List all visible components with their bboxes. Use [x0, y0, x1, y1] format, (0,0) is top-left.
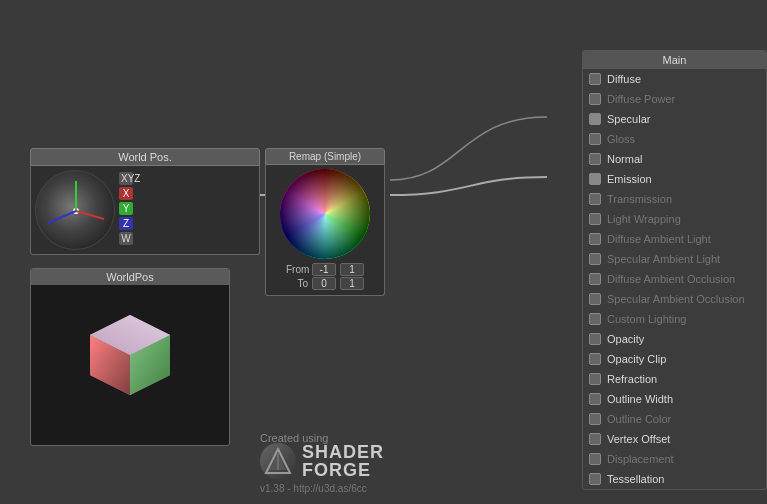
sf-logo-graphic: SHADERFORGE — [260, 443, 384, 479]
sf-version: v1.38 - http://u3d.as/6cc — [260, 483, 367, 494]
panel-item-label-17: Outline Color — [607, 413, 671, 425]
socket-0 — [589, 73, 601, 85]
panel-item-diffuse-power[interactable]: Diffuse Power — [583, 89, 766, 109]
world-pos-node: World Pos. XYZ — [30, 148, 260, 255]
socket-6 — [589, 193, 601, 205]
panel-item-label-14: Opacity Clip — [607, 353, 666, 365]
remap-params: From -1 1 To 0 1 — [270, 263, 380, 290]
remap-title: Remap (Simple) — [265, 148, 385, 165]
svg-line-1 — [76, 211, 104, 219]
remap-to-max[interactable]: 1 — [340, 277, 364, 290]
panel-item-label-1: Diffuse Power — [607, 93, 675, 105]
remap-body: From -1 1 To 0 1 — [265, 165, 385, 296]
socket-2 — [589, 113, 601, 125]
axis-w: W — [119, 232, 133, 245]
remap-from-row: From -1 1 — [270, 263, 380, 276]
axis-label-z: Z — [119, 217, 133, 230]
socket-19 — [589, 453, 601, 465]
cube-container — [31, 285, 229, 445]
socket-7 — [589, 213, 601, 225]
worldpos-preview-content — [31, 285, 229, 445]
panel-item-light-wrapping[interactable]: Light Wrapping — [583, 209, 766, 229]
sf-text-block: SHADERFORGE — [302, 443, 384, 479]
panel-item-outline-width[interactable]: Outline Width — [583, 389, 766, 409]
world-pos-title: World Pos. — [30, 148, 260, 166]
panel-item-label-15: Refraction — [607, 373, 657, 385]
socket-9 — [589, 253, 601, 265]
remap-from-max[interactable]: 1 — [340, 263, 364, 276]
socket-13 — [589, 333, 601, 345]
axes-svg — [36, 171, 115, 250]
socket-16 — [589, 393, 601, 405]
panel-item-label-20: Tessellation — [607, 473, 664, 485]
panel-item-outline-color[interactable]: Outline Color — [583, 409, 766, 429]
axis-x: X — [119, 187, 133, 200]
panel-item-label-2: Specular — [607, 113, 650, 125]
panel-item-label-6: Transmission — [607, 193, 672, 205]
panel-item-label-10: Diffuse Ambient Occlusion — [607, 273, 735, 285]
panel-item-label-12: Custom Lighting — [607, 313, 687, 325]
remap-to-min[interactable]: 0 — [312, 277, 336, 290]
socket-12 — [589, 313, 601, 325]
panel-item-label-0: Diffuse — [607, 73, 641, 85]
axis-z: Z — [119, 217, 133, 230]
panel-item-opacity[interactable]: Opacity — [583, 329, 766, 349]
socket-1 — [589, 93, 601, 105]
sf-title: SHADERFORGE — [302, 443, 384, 479]
panel-item-label-3: Gloss — [607, 133, 635, 145]
socket-15 — [589, 373, 601, 385]
axis-xyz: XYZ — [119, 172, 133, 185]
panel-item-normal[interactable]: Normal — [583, 149, 766, 169]
panel-item-label-18: Vertex Offset — [607, 433, 670, 445]
panel-item-label-5: Emission — [607, 173, 652, 185]
panel-header: Main — [583, 51, 766, 69]
panel-item-specular[interactable]: Specular — [583, 109, 766, 129]
panel-item-refraction[interactable]: Refraction — [583, 369, 766, 389]
remap-from-min[interactable]: -1 — [312, 263, 336, 276]
panel-item-label-4: Normal — [607, 153, 642, 165]
socket-17 — [589, 413, 601, 425]
sf-icon — [260, 443, 296, 479]
panel-item-label-7: Light Wrapping — [607, 213, 681, 225]
remap-to-label: To — [286, 278, 308, 289]
axis-label-xyz: XYZ — [119, 172, 133, 185]
panel-item-custom-lighting[interactable]: Custom Lighting — [583, 309, 766, 329]
sf-icon-svg — [263, 446, 293, 476]
panel-item-specular-ambient-light[interactable]: Specular Ambient Light — [583, 249, 766, 269]
remap-node: Remap (Simple) From -1 1 To 0 1 — [265, 148, 385, 296]
socket-8 — [589, 233, 601, 245]
panel-item-specular-ambient-occlusion[interactable]: Specular Ambient Occlusion — [583, 289, 766, 309]
panel-item-diffuse-ambient-occlusion[interactable]: Diffuse Ambient Occlusion — [583, 269, 766, 289]
panel-item-displacement[interactable]: Displacement — [583, 449, 766, 469]
remap-from-label: From — [286, 264, 308, 275]
socket-14 — [589, 353, 601, 365]
cube-svg — [60, 295, 200, 435]
panel-item-diffuse[interactable]: Diffuse — [583, 69, 766, 89]
socket-18 — [589, 433, 601, 445]
panel-item-emission[interactable]: Emission — [583, 169, 766, 189]
svg-line-2 — [48, 211, 76, 223]
socket-10 — [589, 273, 601, 285]
panel-item-diffuse-ambient-light[interactable]: Diffuse Ambient Light — [583, 229, 766, 249]
panel-item-transmission[interactable]: Transmission — [583, 189, 766, 209]
axis-label-y: Y — [119, 202, 133, 215]
socket-11 — [589, 293, 601, 305]
panel-item-label-8: Diffuse Ambient Light — [607, 233, 711, 245]
panel-item-label-9: Specular Ambient Light — [607, 253, 720, 265]
color-wheel — [280, 169, 370, 259]
worldpos-preview-box: WorldPos — [30, 268, 230, 446]
panel-item-opacity-clip[interactable]: Opacity Clip — [583, 349, 766, 369]
panel-item-label-16: Outline Width — [607, 393, 673, 405]
panel-item-tessellation[interactable]: Tessellation — [583, 469, 766, 489]
panel-item-vertex-offset[interactable]: Vertex Offset — [583, 429, 766, 449]
world-pos-preview — [35, 170, 115, 250]
panel-item-label-19: Displacement — [607, 453, 674, 465]
panel-item-label-13: Opacity — [607, 333, 644, 345]
axis-label-w: W — [119, 232, 133, 245]
socket-4 — [589, 153, 601, 165]
panel-item-gloss[interactable]: Gloss — [583, 129, 766, 149]
socket-5 — [589, 173, 601, 185]
main-panel: Main DiffuseDiffuse PowerSpecularGlossNo… — [582, 50, 767, 490]
socket-3 — [589, 133, 601, 145]
remap-to-row: To 0 1 — [270, 277, 380, 290]
